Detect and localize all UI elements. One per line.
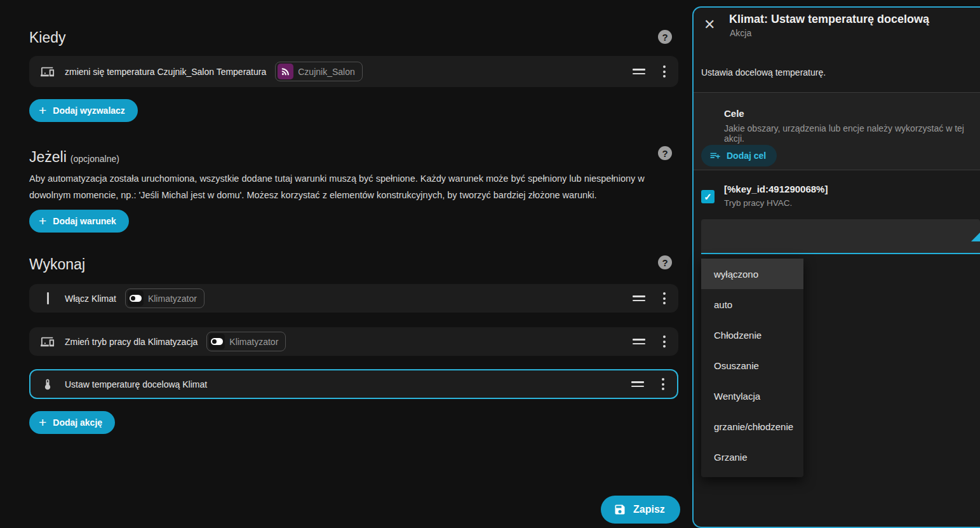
dots-vertical-icon[interactable] <box>657 65 672 78</box>
dropdown-option[interactable]: Wentylacja <box>701 381 803 411</box>
field-label: [%key_id:491290068%] <box>724 184 828 194</box>
action-entity-label: Klimatyzator <box>148 294 197 304</box>
targets-section: Cele Jakie obszary, urządzenia lub encje… <box>694 92 980 170</box>
devices-icon <box>39 65 56 79</box>
trigger-card[interactable]: zmieni się temperatura Czujnik_Salon Tem… <box>29 56 678 87</box>
trigger-text: zmieni się temperatura Czujnik_Salon Tem… <box>65 67 266 77</box>
dots-vertical-icon[interactable] <box>657 335 672 348</box>
dropdown-option[interactable]: Chłodzenie <box>701 320 803 350</box>
action-entity-label: Klimatyzator <box>229 337 278 347</box>
action-editor-panel: ✕ Klimat: Ustaw temperaturę docelową Akc… <box>692 6 980 528</box>
targets-description: Jakie obszary, urządzenia lub encje nale… <box>724 123 980 144</box>
vertical-bar-icon <box>39 292 56 304</box>
close-icon[interactable]: ✕ <box>704 18 715 32</box>
action-card[interactable]: Włącz Klimat Klimatyzator <box>29 284 678 313</box>
add-trigger-button[interactable]: + Dodaj wyzwalacz <box>29 99 138 122</box>
add-target-button[interactable]: Dodaj cel <box>701 145 777 166</box>
dropdown-option[interactable]: Grzanie <box>701 442 803 472</box>
save-button[interactable]: Zapisz <box>601 496 680 524</box>
dropdown-option[interactable]: grzanie/chłodzenie <box>701 411 803 442</box>
panel-description: Ustawia docelową temperaturę. <box>701 67 826 78</box>
panel-title: Klimat: Ustaw temperaturę docelową <box>729 13 929 26</box>
section-title-if: Jeżeli (opcjonalne) <box>29 149 119 166</box>
action-entity-chip[interactable]: Klimatyzator <box>125 288 205 308</box>
devices-icon <box>39 335 56 349</box>
targets-title: Cele <box>724 108 744 119</box>
caret-icon <box>971 233 980 241</box>
playlist-plus-icon <box>709 150 722 162</box>
drag-handle-icon[interactable] <box>631 295 647 301</box>
trigger-entity-chip[interactable]: Czujnik_Salon <box>275 62 363 81</box>
if-description: Aby automatyzacja została uruchomiona, w… <box>29 170 669 203</box>
help-circle-icon[interactable]: ? <box>658 255 672 269</box>
help-circle-icon[interactable]: ? <box>658 146 672 160</box>
dots-vertical-icon[interactable] <box>655 378 671 390</box>
section-title-then: Wykonaj <box>29 256 85 273</box>
dropdown-option[interactable]: auto <box>701 289 803 320</box>
help-circle-icon[interactable]: ? <box>658 30 672 44</box>
optional-label: (opcjonalne) <box>70 154 119 164</box>
dots-vertical-icon[interactable] <box>657 292 672 304</box>
hvac-mode-dropdown: wyłączono auto Chłodzenie Osuszanie Went… <box>701 259 803 477</box>
hvac-mode-select[interactable] <box>701 219 980 254</box>
toggle-switch-icon <box>209 334 225 349</box>
drag-handle-icon[interactable] <box>631 69 647 74</box>
action-card-selected[interactable]: Ustaw temperaturę docelową Klimat <box>29 369 678 399</box>
action-text: Ustaw temperaturę docelową Klimat <box>65 379 207 389</box>
action-card[interactable]: Zmień tryb pracy dla Klimatyzacja Klimat… <box>29 327 678 356</box>
panel-subtitle: Akcja <box>730 28 751 38</box>
add-condition-button[interactable]: + Dodaj warunek <box>29 210 129 233</box>
section-title-when: Kiedy <box>29 29 66 46</box>
action-text: Zmień tryb pracy dla Klimatyzacja <box>65 337 198 347</box>
rss-signal-icon <box>278 64 293 79</box>
dropdown-option[interactable]: wyłączono <box>701 259 803 289</box>
action-entity-chip[interactable]: Klimatyzator <box>206 332 286 351</box>
hvac-mode-checkbox[interactable]: ✓ <box>701 190 715 203</box>
field-sublabel: Tryb pracy HVAC. <box>724 198 792 208</box>
plus-icon: + <box>39 416 46 429</box>
drag-handle-icon[interactable] <box>630 381 645 387</box>
dropdown-option[interactable]: Osuszanie <box>701 350 803 381</box>
drag-handle-icon[interactable] <box>631 339 647 344</box>
toggle-switch-icon <box>128 290 144 306</box>
plus-icon: + <box>39 214 46 227</box>
add-action-button[interactable]: + Dodaj akcję <box>29 411 115 434</box>
action-text: Włącz Klimat <box>65 294 116 304</box>
trigger-entity-label: Czujnik_Salon <box>298 67 355 77</box>
plus-icon: + <box>39 104 46 117</box>
thermometer-icon <box>39 378 56 391</box>
save-disk-icon <box>614 503 626 516</box>
